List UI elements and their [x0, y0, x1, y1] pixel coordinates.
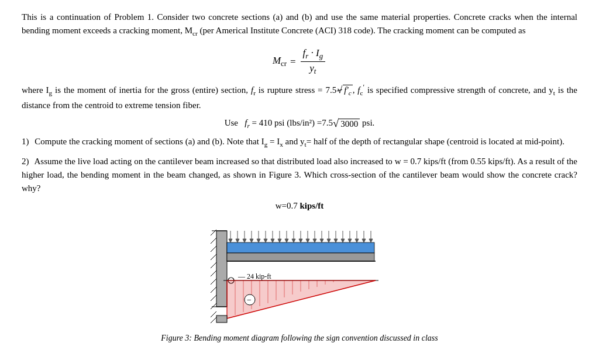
equals-sign: = — [290, 56, 296, 68]
q1-text: 1) Compute the cracking moment of sectio… — [22, 135, 577, 150]
svg-marker-39 — [313, 239, 316, 242]
mcr-sub: cr — [192, 30, 198, 37]
ig-sub: g — [49, 89, 53, 96]
sqrt-fc: f'c — [343, 85, 352, 95]
distributed-load-arrows — [229, 231, 373, 242]
svg-marker-17 — [236, 239, 239, 242]
svg-line-8 — [211, 271, 216, 276]
svg-rect-0 — [216, 231, 227, 307]
formula-block: Mcr = fr · Ig yt — [22, 47, 577, 77]
kip-ft-label: — 24 kip-ft — [237, 272, 271, 280]
svg-marker-23 — [257, 239, 260, 242]
svg-line-7 — [211, 262, 216, 268]
svg-marker-45 — [334, 239, 338, 242]
svg-line-6 — [211, 254, 216, 260]
svg-marker-27 — [271, 239, 274, 242]
svg-line-9 — [211, 279, 216, 285]
mcr-formula: Mcr = fr · Ig yt — [22, 47, 577, 77]
intro-paragraph: This is a continuation of Problem 1. Con… — [22, 11, 577, 39]
svg-marker-15 — [229, 239, 232, 242]
numerator: fr · Ig — [301, 47, 326, 62]
svg-marker-19 — [243, 239, 246, 242]
struck-f: √ — [337, 82, 342, 98]
svg-line-10 — [211, 287, 216, 293]
svg-rect-56 — [227, 253, 374, 261]
svg-marker-35 — [299, 239, 302, 242]
svg-marker-41 — [320, 239, 323, 242]
where-paragraph: where Ig is the moment of inertia for th… — [22, 82, 577, 112]
page-content: This is a continuation of Problem 1. Con… — [22, 11, 577, 343]
svg-line-5 — [211, 246, 216, 252]
svg-marker-25 — [264, 239, 267, 242]
svg-marker-29 — [278, 239, 281, 242]
wall-left-bottom — [211, 311, 227, 323]
question-2: 2) Assume the live load acting on the ca… — [22, 155, 577, 196]
wall-left — [211, 230, 227, 309]
question-1: 1) Compute the cracking moment of sectio… — [22, 135, 577, 150]
use-line: Use fr = 410 psi (lbs/in²) =7.5 √3000 ps… — [22, 118, 577, 129]
diagram-area: w=0.7 kips/ft — [22, 201, 577, 343]
svg-line-12 — [211, 303, 216, 309]
svg-marker-31 — [285, 239, 288, 242]
svg-marker-53 — [362, 239, 366, 242]
minus-sign: − — [247, 296, 252, 304]
bending-moment-diagram: — 24 kip-ft — [206, 213, 393, 330]
and-text: and — [286, 12, 299, 22]
svg-marker-21 — [250, 239, 253, 242]
svg-line-81 — [211, 311, 216, 317]
denominator: yt — [307, 62, 318, 76]
svg-line-82 — [211, 317, 216, 323]
fraction: fr · Ig yt — [301, 47, 326, 77]
q2-text: 2) Assume the live load acting on the ca… — [22, 155, 577, 196]
figure-caption: Figure 3: Bending moment diagram followi… — [161, 334, 438, 343]
svg-line-11 — [211, 295, 216, 301]
and-text2: and — [315, 12, 328, 22]
svg-marker-49 — [348, 239, 352, 242]
svg-line-4 — [211, 238, 216, 244]
mcr-label: Mcr — [273, 55, 287, 68]
svg-marker-37 — [306, 239, 309, 242]
svg-marker-33 — [292, 239, 295, 242]
svg-marker-55 — [369, 239, 373, 242]
w-label: w=0.7 kips/ft — [276, 201, 324, 211]
svg-rect-13 — [227, 242, 374, 253]
svg-marker-51 — [355, 239, 359, 242]
svg-rect-80 — [216, 316, 227, 323]
svg-marker-43 — [327, 239, 331, 242]
svg-marker-47 — [341, 239, 345, 242]
sqrt-3000: √3000 — [333, 118, 360, 129]
